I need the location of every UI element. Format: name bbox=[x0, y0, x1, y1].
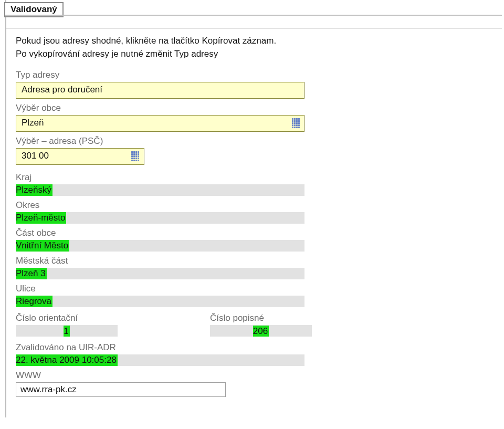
intro-line-2: Po vykopírování adresy je nutné změnit T… bbox=[16, 48, 494, 61]
www-label: WWW bbox=[16, 370, 494, 381]
kraj-row: Plzeňský bbox=[16, 184, 304, 196]
ulice-value: Riegrova bbox=[16, 296, 52, 307]
www-input[interactable]: www.rra-pk.cz bbox=[16, 382, 226, 397]
cislo-popisne-row: 206 bbox=[210, 325, 312, 337]
mestska-cast-value: Plzeň 3 bbox=[16, 268, 47, 279]
intro-line-1: Pokud jsou adresy shodné, klikněte na tl… bbox=[16, 35, 494, 48]
zvalidovano-label: Zvalidováno na UIR-ADR bbox=[16, 342, 494, 353]
typ-adresy-label: Typ adresy bbox=[16, 70, 494, 80]
mestska-cast-row: Plzeň 3 bbox=[16, 268, 304, 279]
zvalidovano-row: 22. května 2009 10:05:28 bbox=[16, 354, 304, 366]
ulice-row: Riegrova bbox=[16, 296, 304, 307]
cislo-popisne-value: 206 bbox=[253, 326, 269, 337]
vyber-psc-label: Výběr – adresa (PSČ) bbox=[16, 136, 494, 147]
cislo-orientacni-label: Číslo orientační bbox=[16, 313, 147, 323]
mestska-cast-label: Městská část bbox=[16, 256, 494, 266]
kraj-value: Plzeňský bbox=[16, 184, 52, 196]
vyber-psc-value: 301 00 bbox=[22, 151, 49, 161]
tab-label: Validovaný bbox=[10, 4, 57, 14]
okres-label: Okres bbox=[16, 200, 494, 211]
intro-text: Pokud jsou adresy shodné, klikněte na tl… bbox=[16, 35, 494, 60]
vyber-psc-select[interactable]: 301 00 bbox=[16, 148, 144, 165]
okres-value: Plzeň-město bbox=[16, 212, 66, 224]
www-value: www.rra-pk.cz bbox=[20, 384, 77, 394]
vyber-obce-label: Výběr obce bbox=[16, 103, 494, 113]
zvalidovano-value: 22. května 2009 10:05:28 bbox=[16, 354, 118, 366]
cast-obce-value: Vnitřní Město bbox=[16, 240, 69, 252]
kraj-label: Kraj bbox=[16, 172, 494, 183]
cast-obce-label: Část obce bbox=[16, 228, 494, 238]
picker-icon[interactable] bbox=[131, 151, 141, 162]
vertical-rule bbox=[5, 0, 6, 417]
okres-row: Plzeň-město bbox=[16, 212, 304, 224]
cislo-orientacni-value: 1 bbox=[64, 326, 69, 337]
ulice-label: Ulice bbox=[16, 284, 494, 294]
picker-icon[interactable] bbox=[292, 118, 301, 129]
typ-adresy-select[interactable]: Adresa pro doručení bbox=[16, 82, 304, 99]
cislo-orientacni-row: 1 bbox=[16, 325, 118, 337]
tab-underline-2 bbox=[6, 28, 502, 29]
vyber-obce-select[interactable]: Plzeň bbox=[16, 115, 304, 132]
typ-adresy-value: Adresa pro doručení bbox=[22, 85, 102, 95]
vyber-obce-value: Plzeň bbox=[22, 118, 44, 128]
cast-obce-row: Vnitřní Město bbox=[16, 240, 304, 252]
cislo-popisne-label: Číslo popisné bbox=[210, 313, 341, 323]
form-content: Pokud jsou adresy shodné, klikněte na tl… bbox=[16, 35, 494, 399]
tab-underline bbox=[5, 15, 502, 16]
